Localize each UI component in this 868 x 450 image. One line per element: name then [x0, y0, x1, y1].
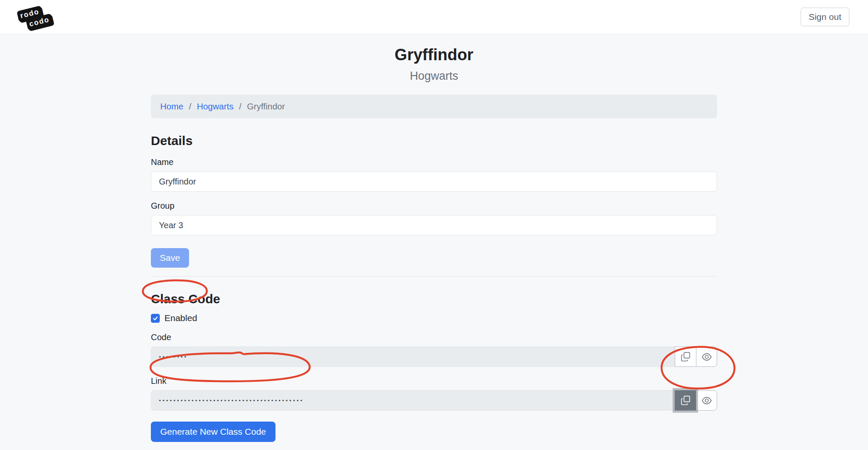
code-masked-input[interactable]: [151, 347, 675, 367]
enabled-checkbox-label: Enabled: [164, 313, 197, 323]
enabled-checkbox-row: Enabled: [151, 313, 717, 323]
checkmark-icon: [152, 315, 159, 321]
section-divider: [151, 276, 717, 277]
page-title: Gryffindor: [0, 46, 868, 64]
group-field-label: Group: [151, 201, 717, 211]
breadcrumb-hogwarts-link[interactable]: Hogwarts: [197, 101, 234, 112]
save-button[interactable]: Save: [151, 248, 189, 268]
code-copy-button[interactable]: [675, 347, 696, 367]
top-navbar: rodo codo Sign out: [0, 0, 868, 34]
code-reveal-button[interactable]: [696, 347, 717, 367]
name-input[interactable]: [151, 171, 717, 192]
breadcrumb-home-link[interactable]: Home: [160, 101, 184, 112]
name-field-label: Name: [151, 157, 717, 167]
link-masked-input[interactable]: [151, 390, 675, 411]
generate-new-class-code-button[interactable]: Generate New Class Code: [151, 422, 275, 442]
rodocodo-logo[interactable]: rodo codo: [17, 3, 53, 32]
code-field-label: Code: [151, 333, 717, 342]
copy-icon: [681, 395, 691, 405]
copy-icon: [681, 352, 691, 362]
breadcrumb-current-page: Gryffindor: [247, 101, 285, 112]
eye-icon: [701, 352, 712, 362]
link-field-label: Link: [151, 376, 717, 386]
details-heading: Details: [151, 134, 717, 148]
class-code-heading: Class Code: [151, 292, 717, 306]
breadcrumb-separator: /: [189, 101, 192, 112]
breadcrumb-separator: /: [239, 101, 242, 112]
group-input[interactable]: [151, 215, 717, 235]
code-input-group: [151, 347, 717, 367]
link-reveal-button[interactable]: [696, 390, 717, 411]
link-input-group: [151, 390, 717, 411]
link-copy-button[interactable]: [675, 390, 696, 411]
breadcrumb: Home / Hogwarts / Gryffindor: [151, 95, 717, 118]
sign-out-button[interactable]: Sign out: [801, 8, 849, 26]
enabled-checkbox[interactable]: [151, 314, 160, 323]
eye-icon: [701, 395, 712, 406]
page-subtitle: Hogwarts: [0, 70, 868, 83]
